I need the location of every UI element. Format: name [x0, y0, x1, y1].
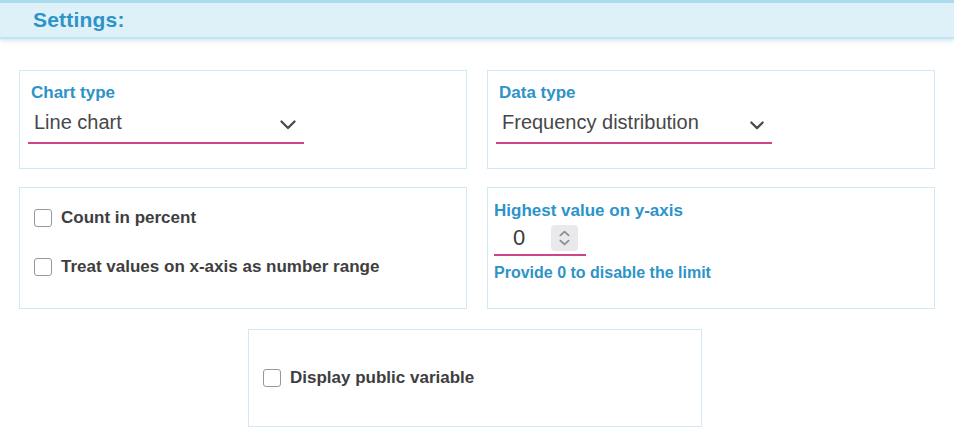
- page-title: Settings:: [33, 8, 125, 32]
- chart-type-panel: Chart type Line chart: [19, 70, 467, 169]
- settings-page: Settings: Chart type Line chart Data typ…: [0, 0, 954, 436]
- x-axis-number-range-checkbox[interactable]: [34, 258, 52, 276]
- display-public-variable-checkbox[interactable]: [263, 369, 281, 387]
- chevron-down-icon: [280, 112, 296, 135]
- y-axis-limit-hint: Provide 0 to disable the limit: [494, 264, 934, 282]
- public-variable-panel: Display public variable: [248, 329, 702, 427]
- data-type-panel: Data type Frequency distribution: [487, 70, 935, 169]
- count-in-percent-row: Count in percent: [34, 208, 466, 228]
- data-type-select[interactable]: Frequency distribution: [496, 106, 772, 144]
- data-type-selected-value: Frequency distribution: [502, 111, 699, 134]
- chart-type-label: Chart type: [31, 83, 466, 103]
- x-axis-number-range-label: Treat values on x-axis as number range: [61, 257, 379, 277]
- y-axis-limit-panel: Highest value on y-axis Provide 0 to dis…: [487, 187, 935, 309]
- count-in-percent-label: Count in percent: [61, 208, 196, 228]
- chart-type-selected-value: Line chart: [34, 111, 122, 134]
- count-in-percent-checkbox[interactable]: [34, 209, 52, 227]
- y-axis-limit-field: [494, 225, 586, 256]
- data-type-label: Data type: [499, 83, 934, 103]
- y-axis-limit-label: Highest value on y-axis: [494, 201, 934, 221]
- y-axis-limit-input[interactable]: [494, 225, 544, 251]
- settings-header: Settings:: [0, 0, 954, 39]
- display-public-variable-label: Display public variable: [290, 368, 474, 388]
- chart-type-select[interactable]: Line chart: [28, 106, 304, 144]
- up-down-stepper-icon[interactable]: [551, 225, 578, 251]
- chevron-down-icon: [750, 112, 764, 135]
- public-variable-row: Display public variable: [263, 368, 474, 388]
- options-panel: Count in percent Treat values on x-axis …: [19, 187, 467, 309]
- x-axis-range-row: Treat values on x-axis as number range: [34, 257, 466, 277]
